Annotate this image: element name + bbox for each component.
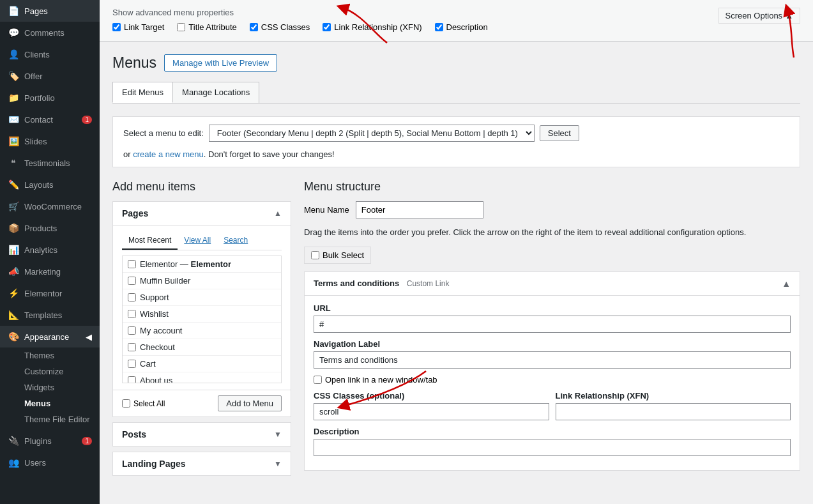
menu-item-collapse-arrow[interactable]: ▲ (782, 279, 791, 289)
landing-pages-toggle-icon: ▼ (274, 459, 282, 468)
manage-live-preview-button[interactable]: Manage with Live Preview (164, 54, 277, 72)
sidebar-item-appearance[interactable]: 🎨 Appearance ◀ (0, 326, 100, 347)
sidebar-item-pages[interactable]: 📄 Pages (0, 0, 100, 22)
list-item: Wishlist (123, 306, 281, 323)
screen-options-button[interactable]: Screen Options ▲ (718, 8, 800, 24)
menu-item-body: URL Navigation Label Open link in a new … (305, 295, 800, 470)
plugins-icon: 🔌 (8, 435, 19, 447)
description-label: Description (314, 427, 791, 436)
posts-toggle-icon: ▼ (274, 430, 282, 439)
sidebar-item-slides[interactable]: 🖼️ Slides (0, 130, 100, 152)
sidebar-item-label: Plugins (24, 436, 52, 446)
acc-tab-search[interactable]: Search (217, 232, 254, 250)
tab-edit-menus[interactable]: Edit Menus (112, 82, 173, 103)
nav-label-input[interactable] (314, 351, 791, 369)
pages-toggle-icon: ▲ (274, 209, 282, 218)
checkbox-css-classes-label[interactable]: CSS Classes (250, 22, 310, 32)
sidebar-item-label: Analytics (24, 245, 57, 255)
posts-accordion-header[interactable]: Posts ▼ (113, 423, 291, 446)
sidebar-item-label: Slides (24, 137, 47, 146)
list-item: Checkout (123, 339, 281, 356)
sidebar-sub-theme-file-editor[interactable]: Theme File Editor (0, 411, 100, 427)
landing-pages-accordion-header[interactable]: Landing Pages ▼ (113, 452, 291, 475)
page-item-checkbox-4[interactable] (128, 326, 136, 335)
sidebar-item-label: Layouts (24, 180, 54, 190)
menu-item-actions: ▲ (782, 279, 791, 289)
bulk-select-label[interactable]: Bulk Select (304, 247, 371, 264)
select-all-label[interactable]: Select All (122, 399, 165, 408)
screen-options-checkboxes: Link Target Title Attribute CSS Classes … (112, 22, 488, 32)
sidebar-item-portfolio[interactable]: 📁 Portfolio (0, 87, 100, 109)
checkbox-link-target[interactable] (112, 23, 121, 31)
sidebar-item-plugins[interactable]: 🔌 Plugins 1 (0, 430, 100, 452)
link-rel-input[interactable] (556, 403, 791, 420)
sidebar-item-testimonials[interactable]: ❝ Testimonials (0, 152, 100, 174)
checkbox-link-rel[interactable] (323, 23, 331, 31)
sidebar-item-woocommerce[interactable]: 🛒 WooCommerce (0, 195, 100, 217)
checkbox-description[interactable] (435, 23, 443, 31)
page-item-checkbox-6[interactable] (128, 360, 136, 368)
users-icon: 👥 (8, 457, 19, 468)
checkbox-link-rel-label[interactable]: Link Relationship (XFN) (323, 22, 422, 32)
tab-manage-locations[interactable]: Manage Locations (172, 82, 259, 103)
checkbox-title-attr-label[interactable]: Title Attribute (177, 22, 236, 32)
sidebar-item-elementor[interactable]: ⚡ Elementor (0, 282, 100, 304)
pages-accordion-tabs: Most Recent View All Search (122, 232, 282, 250)
select-all-checkbox[interactable] (122, 399, 130, 408)
nav-label-row: Navigation Label (314, 339, 791, 369)
analytics-icon: 📊 (8, 244, 19, 256)
page-item-checkbox-0[interactable] (128, 260, 136, 268)
sidebar-item-templates[interactable]: 📐 Templates (0, 304, 100, 326)
menu-name-input[interactable] (356, 201, 483, 218)
sidebar-item-label: Testimonials (24, 158, 70, 168)
sidebar-item-label: Users (24, 458, 46, 468)
sidebar-item-contact[interactable]: ✉️ Contact 1 (0, 109, 100, 130)
sidebar-item-clients[interactable]: 👤 Clients (0, 43, 100, 65)
acc-tab-most-recent[interactable]: Most Recent (122, 232, 178, 250)
bulk-select-checkbox[interactable] (311, 251, 319, 259)
acc-tab-view-all[interactable]: View All (178, 232, 217, 250)
checkbox-link-target-label[interactable]: Link Target (112, 22, 164, 32)
css-classes-input[interactable] (314, 403, 549, 420)
sidebar-sub-widgets[interactable]: Widgets (0, 379, 100, 395)
sidebar-item-products[interactable]: 📦 Products (0, 217, 100, 239)
sidebar-item-users[interactable]: 👥 Users (0, 452, 100, 473)
open-new-tab-checkbox[interactable] (314, 376, 322, 384)
sidebar-sub-menus[interactable]: Menus (0, 395, 100, 411)
page-item-checkbox-2[interactable] (128, 293, 136, 302)
sidebar-sub-customize[interactable]: Customize (0, 363, 100, 379)
sidebar-item-offer[interactable]: 🏷️ Offer (0, 65, 100, 87)
sidebar-item-comments[interactable]: 💬 Comments (0, 22, 100, 43)
screen-options-panel: Show advanced menu properties Link Targe… (100, 0, 813, 42)
checkbox-css-classes[interactable] (250, 23, 258, 31)
pages-accordion: Pages ▲ Most Recent View All Search E (112, 201, 291, 417)
two-col-layout: Add menu items Pages ▲ Most Recent View … (112, 180, 800, 481)
sidebar-sub-themes[interactable]: Themes (0, 347, 100, 363)
page-item-checkbox-5[interactable] (128, 343, 136, 351)
menu-item-terms-header[interactable]: Terms and conditions Custom Link ▲ (305, 272, 800, 295)
add-to-menu-button[interactable]: Add to Menu (218, 395, 282, 411)
templates-icon: 📐 (8, 309, 19, 321)
sidebar-item-marketing[interactable]: 📣 Marketing (0, 261, 100, 282)
url-row: URL (314, 303, 791, 333)
appearance-icon: 🎨 (8, 331, 19, 342)
description-row: Description (314, 427, 791, 456)
page-item-checkbox-1[interactable] (128, 277, 136, 285)
menu-select-dropdown[interactable]: Footer (Secondary Menu | depth 2 (Split … (209, 125, 535, 142)
checkbox-title-attr[interactable] (177, 23, 185, 31)
sidebar-item-label: Contact (24, 115, 53, 125)
checkbox-description-label[interactable]: Description (435, 22, 488, 32)
sidebar-item-layouts[interactable]: ✏️ Layouts (0, 174, 100, 195)
sidebar-item-label: WooCommerce (24, 202, 82, 211)
url-input[interactable] (314, 316, 791, 333)
pages-accordion-header[interactable]: Pages ▲ (113, 202, 291, 225)
url-label: URL (314, 303, 791, 313)
page-item-checkbox-7[interactable] (128, 376, 136, 383)
page-item-checkbox-3[interactable] (128, 310, 136, 318)
sidebar-item-analytics[interactable]: 📊 Analytics (0, 239, 100, 261)
select-menu-button[interactable]: Select (540, 125, 579, 141)
description-input[interactable] (314, 439, 791, 456)
create-new-menu-link[interactable]: create a new menu (133, 149, 204, 159)
link-rel-label: Link Relationship (XFN) (556, 391, 791, 401)
clients-icon: 👤 (8, 49, 19, 60)
